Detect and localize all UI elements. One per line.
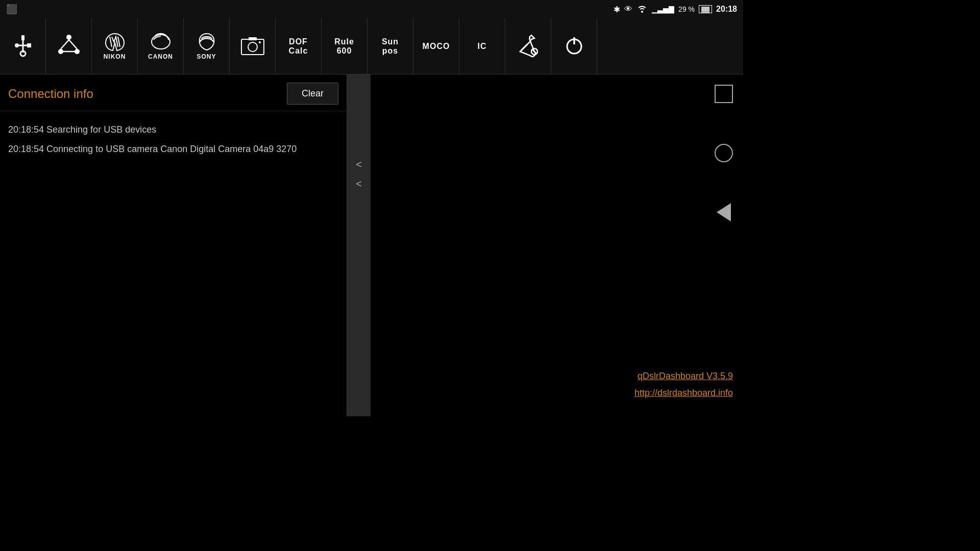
svg-point-3 [15,43,19,47]
signal-icon: ▁▃▅▇ [652,5,674,13]
svg-point-6 [66,35,71,40]
svg-rect-15 [249,37,257,40]
usb-button[interactable] [0,18,46,74]
dashboard-link-version[interactable]: qDslrDashboard V3.5.9 [634,368,733,384]
svg-line-17 [521,44,527,51]
dof-calc-button[interactable]: DOF Calc [276,18,322,74]
sony-button[interactable]: SONY [184,18,230,74]
scroll-down-chevron[interactable]: < [356,176,362,192]
log-line-1: 20:18:54 Searching for USB devices [8,121,338,138]
main-area: Connection info Clear 20:18:54 Searching… [0,74,743,416]
nikon-button[interactable]: NIKON [92,18,138,74]
square-nav-button[interactable] [715,85,733,103]
svg-rect-4 [27,43,31,47]
svg-rect-0 [21,35,24,40]
camera-icon: ⬛ [6,4,17,15]
svg-line-10 [69,40,77,49]
sun-line2: pos [382,46,398,56]
ic-label: IC [478,42,487,51]
circle-nav-button[interactable] [715,144,733,162]
footer-links: qDslrDashboard V3.5.9 http://dslrdashboa… [634,368,733,401]
dof-line1: DOF [289,37,308,46]
status-bar: ⬛ ✱ 👁 ▁▃▅▇ 29 % ▓▓ 20:18 [0,0,743,18]
scroll-up-chevron[interactable]: < [356,156,362,172]
eye-icon: 👁 [624,5,632,14]
network-button[interactable] [46,18,92,74]
status-right: ✱ 👁 ▁▃▅▇ 29 % ▓▓ 20:18 [614,5,737,14]
photo-button[interactable] [230,18,276,74]
connection-title: Connection info [8,87,93,101]
sony-label: SONY [197,53,216,60]
power-button[interactable] [551,18,597,74]
log-line-2: 20:18:54 Connecting to USB camera Canon … [8,141,338,157]
nikon-label: NIKON [104,53,126,60]
dashboard-link-url[interactable]: http://dslrdashboard.info [634,385,733,401]
back-nav-button[interactable] [717,203,731,221]
sunpos-button[interactable]: Sun pos [368,18,413,74]
right-panel: qDslrDashboard V3.5.9 http://dslrdashboa… [371,74,743,416]
nav-buttons [715,85,733,221]
panel-header: Connection info Clear [0,74,347,111]
dof-line2: Calc [289,46,308,56]
battery-icon: ▓▓ [699,5,712,13]
sun-line1: Sun [382,37,399,46]
scroll-area[interactable]: < < [347,74,371,416]
tools-button[interactable] [505,18,551,74]
svg-rect-13 [241,39,264,55]
ic-button[interactable]: IC [459,18,505,74]
log-area: 20:18:54 Searching for USB devices 20:18… [0,111,347,416]
canon-label: CANON [148,53,173,60]
battery-percent: 29 % [678,5,695,13]
clock: 20:18 [716,5,737,14]
moco-button[interactable]: MOCO [413,18,459,74]
clear-button[interactable]: Clear [287,83,338,105]
svg-point-16 [259,41,261,43]
svg-point-14 [248,42,257,52]
svg-point-5 [20,51,26,56]
bluetooth-icon: ✱ [614,5,620,14]
left-panel: Connection info Clear 20:18:54 Searching… [0,74,347,416]
rule-line2: 600 [337,46,352,56]
canon-button[interactable]: CANON [138,18,184,74]
svg-line-9 [61,40,69,49]
wifi-icon [636,5,648,14]
status-left: ⬛ [6,4,17,15]
rule-line1: Rule [334,37,354,46]
rule600-button[interactable]: Rule 600 [322,18,368,74]
toolbar: NIKON CANON SONY DOF Calc Rule [0,18,743,74]
moco-label: MOCO [423,42,450,51]
